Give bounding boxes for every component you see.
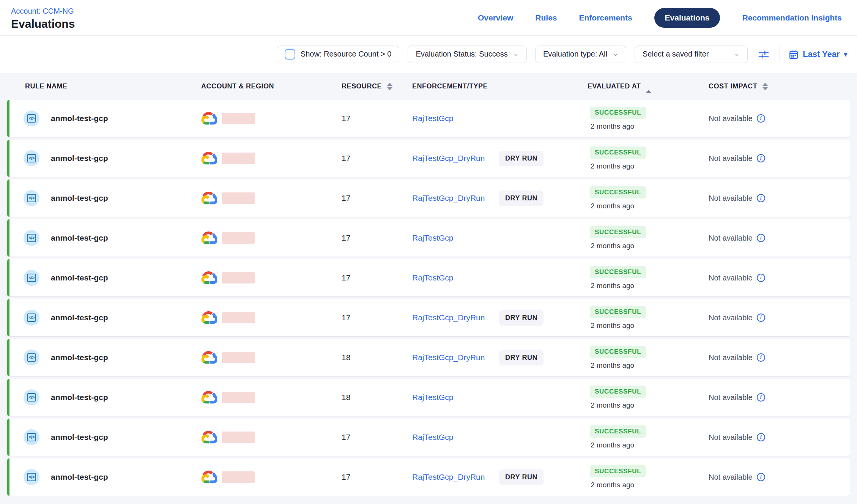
nav-enforcements[interactable]: Enforcements	[579, 13, 632, 22]
gcp-cloud-icon	[201, 232, 217, 244]
rule-name-cell: </> anmol-test-gcp	[7, 230, 194, 246]
sort-icon[interactable]	[387, 83, 392, 90]
column-header-resource[interactable]: RESOURCE	[334, 82, 405, 90]
rule-name: anmol-test-gcp	[51, 472, 108, 482]
column-header-account-region: ACCOUNT & REGION	[194, 82, 334, 90]
table-row[interactable]: </> anmol-test-gcp 17 RajTestGcp_DryRun …	[7, 299, 850, 336]
table-row[interactable]: </> anmol-test-gcp 17 RajTestGcp_DryRun …	[7, 140, 850, 177]
enforcement-link[interactable]: RajTestGcp_DryRun	[412, 472, 499, 482]
rule-icon: </>	[24, 429, 39, 445]
enforcement-link[interactable]: RajTestGcp	[412, 114, 499, 123]
evaluated-at-cell: SUCCESSFUL 2 months ago	[580, 186, 701, 210]
evaluated-at-cell: SUCCESSFUL 2 months ago	[580, 425, 701, 449]
table-row[interactable]: </> anmol-test-gcp 17 RajTestGcp SUCCESS…	[7, 259, 850, 296]
account-region-cell	[194, 351, 334, 364]
cost-impact-value: Not available	[709, 353, 753, 362]
row-status-accent-bar	[7, 259, 9, 296]
cost-impact-value: Not available	[709, 114, 753, 123]
gcp-cloud-icon	[201, 351, 217, 364]
resource-count: 17	[342, 233, 350, 243]
evaluated-time-ago: 2 months ago	[590, 441, 634, 449]
account-region-cell	[194, 112, 334, 125]
evaluated-time-ago: 2 months ago	[590, 242, 634, 250]
gcp-cloud-icon	[201, 271, 217, 284]
enforcement-link[interactable]: RajTestGcp_DryRun	[412, 353, 499, 362]
column-header-cost-impact[interactable]: COST IMPACT	[701, 82, 850, 90]
info-icon[interactable]: i	[757, 234, 765, 242]
enforcement-link[interactable]: RajTestGcp_DryRun	[412, 194, 499, 203]
breadcrumb-account-link[interactable]: Account: CCM-NG	[11, 7, 75, 15]
rule-icon: </>	[24, 190, 39, 206]
account-region-redacted	[222, 192, 255, 204]
resource-count: 18	[342, 353, 350, 362]
evaluation-type-value: Evaluation type: All	[543, 50, 607, 58]
nav-rules[interactable]: Rules	[535, 13, 557, 22]
nav-overview[interactable]: Overview	[478, 13, 513, 22]
enforcement-link[interactable]: RajTestGcp	[412, 393, 499, 402]
evaluated-at-cell: SUCCESSFUL 2 months ago	[580, 107, 701, 131]
info-icon[interactable]: i	[757, 393, 765, 402]
rule-icon: </>	[24, 230, 39, 246]
rule-name: anmol-test-gcp	[51, 114, 108, 123]
table-row[interactable]: </> anmol-test-gcp 17 RajTestGcp SUCCESS…	[7, 100, 850, 137]
evaluated-time-ago: 2 months ago	[590, 202, 634, 210]
nav-recommendation-insights[interactable]: Recommendation Insights	[742, 13, 842, 22]
enforcement-link[interactable]: RajTestGcp	[412, 273, 499, 282]
calendar-icon	[789, 49, 799, 59]
table-row[interactable]: </> anmol-test-gcp 17 RajTestGcp_DryRun …	[7, 458, 850, 496]
enforcement-cell: RajTestGcp	[405, 273, 580, 282]
resource-count: 17	[342, 433, 350, 442]
row-status-accent-bar	[7, 339, 9, 376]
saved-filter-dropdown[interactable]: Select a saved filter ⌄	[635, 46, 748, 63]
info-icon[interactable]: i	[757, 313, 765, 322]
evaluation-status-dropdown[interactable]: Evaluation Status: Success ⌄	[408, 46, 526, 63]
evaluated-time-ago: 2 months ago	[590, 282, 634, 290]
column-header-evaluated-at[interactable]: EVALUATED AT	[580, 82, 701, 90]
date-range-picker[interactable]: Last Year ▾	[789, 49, 847, 59]
rule-name: anmol-test-gcp	[51, 233, 108, 243]
top-nav: Overview Rules Enforcements Evaluations …	[478, 8, 842, 28]
sort-icon[interactable]	[762, 83, 768, 90]
evaluated-at-cell: SUCCESSFUL 2 months ago	[580, 146, 701, 170]
cost-impact-cell: Not available i	[701, 274, 850, 282]
enforcement-link[interactable]: RajTestGcp	[412, 233, 499, 243]
rule-name-cell: </> anmol-test-gcp	[7, 350, 194, 365]
info-icon[interactable]: i	[757, 154, 765, 162]
enforcement-cell: RajTestGcp_DryRun DRY RUN	[405, 469, 580, 485]
info-icon[interactable]: i	[757, 433, 765, 441]
rule-name: anmol-test-gcp	[51, 154, 108, 163]
filter-settings-button[interactable]	[756, 47, 771, 62]
info-icon[interactable]: i	[757, 274, 765, 282]
cost-impact-cell: Not available i	[701, 154, 850, 163]
evaluations-table-body: </> anmol-test-gcp 17 RajTestGcp SUCCESS…	[0, 100, 857, 496]
info-icon[interactable]: i	[757, 473, 765, 481]
table-row[interactable]: </> anmol-test-gcp 18 RajTestGcp SUCCESS…	[7, 379, 850, 416]
divider	[780, 46, 780, 62]
show-resource-count-filter[interactable]: Show: Resource Count > 0	[277, 46, 400, 63]
rule-name: anmol-test-gcp	[51, 433, 108, 442]
evaluation-type-dropdown[interactable]: Evaluation type: All ⌄	[535, 46, 626, 63]
resource-cell: 17	[334, 114, 405, 123]
enforcement-link[interactable]: RajTestGcp	[412, 433, 499, 442]
rule-icon: </>	[24, 389, 39, 405]
account-region-redacted	[222, 352, 255, 363]
table-row[interactable]: </> anmol-test-gcp 17 RajTestGcp SUCCESS…	[7, 419, 850, 456]
table-row[interactable]: </> anmol-test-gcp 17 RajTestGcp SUCCESS…	[7, 219, 850, 257]
account-region-redacted	[222, 272, 255, 284]
rule-name: anmol-test-gcp	[51, 273, 108, 282]
row-status-accent-bar	[7, 140, 9, 177]
info-icon[interactable]: i	[757, 353, 765, 362]
account-region-cell	[194, 192, 334, 205]
nav-evaluations-active[interactable]: Evaluations	[654, 8, 720, 28]
info-icon[interactable]: i	[757, 194, 765, 202]
enforcement-link[interactable]: RajTestGcp_DryRun	[412, 154, 499, 163]
info-icon[interactable]: i	[757, 114, 765, 123]
resource-count-checkbox[interactable]	[285, 49, 295, 60]
sort-ascending-icon[interactable]	[646, 82, 651, 90]
chevron-down-icon: ⌄	[513, 50, 519, 57]
evaluated-at-cell: SUCCESSFUL 2 months ago	[580, 386, 701, 410]
table-row[interactable]: </> anmol-test-gcp 18 RajTestGcp_DryRun …	[7, 339, 850, 376]
cost-impact-cell: Not available i	[701, 234, 850, 243]
enforcement-link[interactable]: RajTestGcp_DryRun	[412, 313, 499, 322]
table-row[interactable]: </> anmol-test-gcp 17 RajTestGcp_DryRun …	[7, 180, 850, 217]
